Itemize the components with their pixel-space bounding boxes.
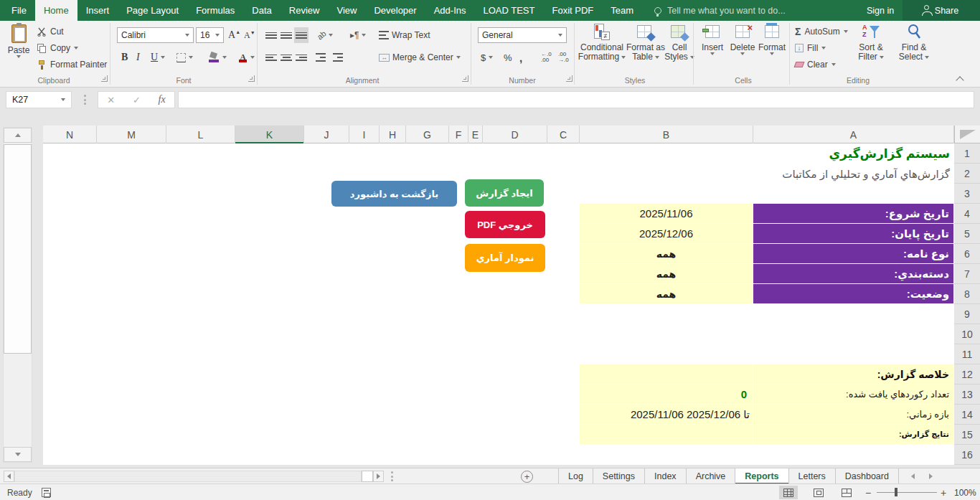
row-header[interactable]: 16	[954, 445, 980, 465]
increase-font-button[interactable]: A▲	[227, 27, 242, 43]
sheet-tab[interactable]: Reports	[735, 468, 788, 484]
filter-value-cell[interactable]: همه	[580, 284, 753, 304]
autosum-button[interactable]: Σ AutoSum	[795, 24, 848, 39]
report-subtitle-cell[interactable]: گزارش‌هاي آماري و تحليلي از مكاتبات	[782, 164, 950, 184]
create-report-button[interactable]: ايجاد گزارش	[465, 179, 544, 207]
export-pdf-button[interactable]: خروجي PDF	[465, 211, 545, 238]
insert-function-icon[interactable]: fx	[159, 94, 166, 105]
bold-button[interactable]: B	[120, 49, 129, 65]
filter-value-cell[interactable]: 2025/11/06	[580, 204, 753, 224]
page-break-view-button[interactable]	[837, 486, 856, 499]
summary-value-cell[interactable]	[580, 425, 753, 445]
summary-label-cell[interactable]: بازه زماني:	[753, 405, 953, 425]
conditional-formatting-button[interactable]: ≠ Conditional Formatting	[578, 23, 626, 86]
summary-label-cell[interactable]: خلاصه گزارش:	[753, 364, 953, 385]
column-header[interactable]: A	[753, 126, 954, 143]
zoom-slider-track[interactable]	[877, 492, 937, 493]
ribbon-tab[interactable]: LOAD TEST	[474, 0, 543, 21]
column-header[interactable]: E	[468, 126, 483, 143]
sign-in-button[interactable]: Sign in	[867, 0, 894, 21]
decrease-font-button[interactable]: A▼	[242, 27, 257, 43]
column-header[interactable]: M	[97, 126, 166, 143]
font-dialog-launcher[interactable]	[248, 75, 255, 82]
page-layout-view-button[interactable]	[809, 486, 828, 499]
share-button[interactable]: Share	[903, 0, 980, 21]
report-title-cell[interactable]: سيستم گزارش‌گيري	[829, 144, 950, 164]
vertical-scroll-thumb[interactable]	[4, 144, 32, 354]
scroll-down-button[interactable]	[4, 447, 32, 462]
zoom-slider-thumb[interactable]	[895, 488, 897, 496]
row-header[interactable]: 14	[954, 405, 980, 425]
summary-label-cell[interactable]: تعداد ركوردهاي يافت شده:	[753, 385, 953, 405]
column-header[interactable]: L	[166, 126, 235, 143]
collapse-ribbon-icon[interactable]	[956, 76, 963, 84]
column-header[interactable]: C	[547, 126, 580, 143]
row-header[interactable]: 15	[954, 425, 980, 445]
column-header[interactable]: D	[483, 126, 547, 143]
row-header[interactable]: 11	[954, 344, 980, 364]
align-middle-button[interactable]	[279, 27, 293, 43]
ribbon-tab[interactable]: Review	[281, 0, 329, 21]
filter-label-cell[interactable]: نوع نامه:	[753, 244, 953, 264]
filter-value-cell[interactable]: همه	[580, 244, 753, 264]
hscroll-right-button[interactable]	[373, 471, 384, 482]
ribbon-tab[interactable]: Home	[35, 0, 77, 21]
row-header[interactable]: 1	[954, 143, 980, 164]
align-top-button[interactable]	[264, 27, 278, 43]
column-header[interactable]: N	[43, 126, 97, 143]
borders-button[interactable]	[175, 49, 194, 65]
font-name-combo[interactable]: Calibri	[117, 27, 194, 43]
currency-button[interactable]: $	[479, 49, 494, 65]
tell-me-box[interactable]: Tell me what you want to do...	[654, 0, 786, 21]
tab-scroll-left-icon[interactable]	[911, 473, 915, 479]
filter-label-cell[interactable]: دسته‌بندي:	[753, 264, 953, 284]
font-color-button[interactable]: A	[237, 49, 256, 65]
number-format-combo[interactable]: General	[478, 27, 567, 43]
name-box[interactable]: K27	[6, 91, 72, 108]
ribbon-tab[interactable]: Formulas	[187, 0, 243, 21]
clipboard-dialog-launcher[interactable]	[101, 75, 108, 82]
format-cells-button[interactable]: Format	[758, 23, 786, 86]
summary-label-cell[interactable]: نتايج گزارش:	[753, 425, 953, 445]
text-direction-button[interactable]: ▸¶	[349, 27, 367, 43]
number-dialog-launcher[interactable]	[566, 75, 573, 82]
row-header[interactable]: 8	[954, 284, 980, 304]
sheet-tab[interactable]: Dashboard	[836, 468, 899, 484]
row-header[interactable]: 5	[954, 224, 980, 244]
tab-splitter[interactable]	[391, 471, 393, 481]
paste-button[interactable]: Paste	[4, 23, 33, 86]
enter-icon[interactable]: ✓	[133, 95, 141, 105]
filter-value-cell[interactable]: 2025/12/06	[580, 224, 753, 244]
ribbon-tab[interactable]: Data	[243, 0, 280, 21]
decrease-decimal-button[interactable]: .00→.0	[557, 49, 570, 65]
column-header[interactable]: J	[304, 126, 349, 143]
comma-button[interactable]: ,	[518, 49, 524, 65]
row-header[interactable]: 3	[954, 184, 980, 204]
column-header[interactable]: B	[580, 126, 753, 143]
font-size-combo[interactable]: 16	[196, 27, 224, 43]
cell-styles-button[interactable]: Cell Styles	[666, 23, 693, 86]
horizontal-scroll-thumb[interactable]	[362, 471, 373, 482]
horizontal-scrollbar[interactable]	[14, 471, 362, 482]
ribbon-tab[interactable]: Developer	[365, 0, 425, 21]
percent-button[interactable]: %	[502, 49, 514, 65]
ribbon-tab[interactable]: Insert	[77, 0, 118, 21]
hscroll-left-button[interactable]	[4, 471, 14, 482]
cut-button[interactable]: Cut	[37, 24, 64, 39]
orientation-button[interactable]: ab	[316, 27, 334, 43]
increase-decimal-button[interactable]: ←.0.00	[540, 49, 553, 65]
align-right-button[interactable]	[294, 49, 308, 65]
row-header[interactable]: 12	[954, 364, 980, 385]
sheet-tab[interactable]: Archive	[687, 468, 736, 484]
row-header[interactable]: 4	[954, 204, 980, 224]
sheet-tab[interactable]: Settings	[593, 468, 645, 484]
find-select-button[interactable]: Find & Select	[894, 23, 934, 86]
summary-value-cell[interactable]	[580, 364, 753, 385]
filter-label-cell[interactable]: تاريخ پايان:	[753, 224, 953, 244]
clear-button[interactable]: Clear	[795, 57, 836, 72]
select-all-corner[interactable]	[954, 126, 980, 143]
row-header[interactable]: 10	[954, 324, 980, 344]
summary-value-cell[interactable]: 0	[580, 385, 753, 405]
filter-value-cell[interactable]: همه	[580, 264, 753, 284]
sheet-tab[interactable]: Letters	[789, 468, 836, 484]
